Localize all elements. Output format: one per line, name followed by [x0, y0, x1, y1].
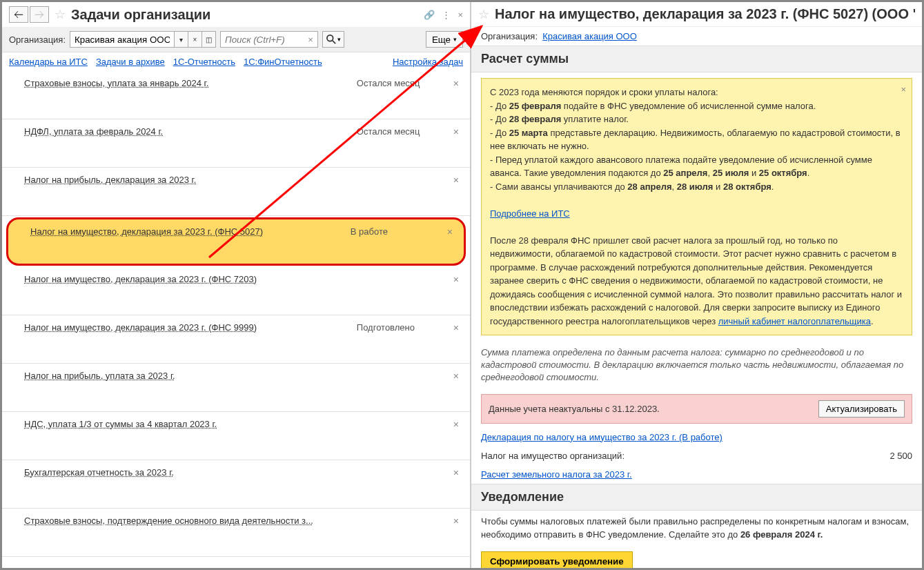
- task-close-icon[interactable]: ×: [453, 175, 459, 186]
- task-close-icon[interactable]: ×: [453, 371, 459, 382]
- task-row[interactable]: Бухгалтерская отчетность за 2023 г.×: [2, 460, 470, 509]
- settings-link[interactable]: Настройка задач: [393, 57, 463, 67]
- task-status: В работе: [351, 226, 447, 237]
- task-close-icon[interactable]: ×: [453, 515, 459, 527]
- task-name-link[interactable]: Налог на имущество, декларация за 2023 г…: [24, 322, 357, 333]
- task-name-link[interactable]: Налог на имущество, декларация за 2023 г…: [24, 274, 357, 284]
- org-clear-icon[interactable]: ×: [188, 32, 201, 47]
- task-row[interactable]: Налог на имущество, декларация за 2023 г…: [2, 315, 470, 364]
- task-row[interactable]: НДС, уплата 1/3 от суммы за 4 квартал 20…: [2, 412, 470, 460]
- close-panel-icon[interactable]: ×: [458, 10, 463, 20]
- taxpayer-cabinet-link[interactable]: личный кабинет налогоплательщика: [718, 316, 871, 326]
- task-status: Остался месяц: [357, 78, 453, 88]
- task-name-link[interactable]: Налог на прибыль, уплата за 2023 г.: [24, 371, 357, 381]
- info-yellow-box: × С 2023 года меняются порядок и сроки у…: [481, 78, 912, 335]
- task-list: Страховые взносы, уплата за январь 2024 …: [2, 71, 470, 568]
- nav-forward-button[interactable]: 🡢: [30, 6, 49, 23]
- outdated-warning-box: Данные учета неактуальны с 31.12.2023. А…: [481, 394, 912, 424]
- fin-link[interactable]: 1С:ФинОтчетность: [244, 57, 322, 67]
- task-row[interactable]: Налог на имущество, декларация за 2023 г…: [2, 267, 470, 315]
- land-tax-link[interactable]: Расчет земельного налога за 2023 г.: [481, 469, 632, 480]
- task-close-icon[interactable]: ×: [453, 467, 459, 478]
- task-row[interactable]: Страховые взносы, подтверждение основног…: [2, 509, 470, 557]
- org-label: Организация:: [9, 35, 66, 45]
- task-row[interactable]: Налог на прибыль, декларация за 2023 г.×: [2, 168, 470, 216]
- link-icon[interactable]: 🔗: [424, 10, 435, 20]
- rp-org-label: Организация:: [481, 31, 538, 41]
- its-link[interactable]: Подробнее на ИТС: [490, 208, 570, 219]
- svg-point-0: [326, 35, 333, 41]
- menu-dots-icon[interactable]: ⋮: [442, 10, 451, 20]
- section-calc-header: Расчет суммы: [471, 46, 922, 72]
- task-row[interactable]: НДФЛ, уплата за февраль 2024 г.Остался м…: [2, 119, 470, 168]
- task-close-icon[interactable]: ×: [453, 274, 459, 285]
- task-close-icon[interactable]: ×: [453, 322, 459, 333]
- right-panel-title: Налог на имущество, декларация за 2023 г…: [495, 6, 915, 22]
- reporting-link[interactable]: 1С-Отчетность: [173, 57, 235, 67]
- task-row[interactable]: Налог на имущество, декларация за 2023 г…: [6, 217, 466, 266]
- task-name-link[interactable]: Страховые взносы, подтверждение основног…: [24, 515, 357, 526]
- left-panel-title: Задачи организации: [71, 7, 418, 23]
- tax-label: Налог на имущество организаций:: [481, 451, 625, 461]
- declaration-link[interactable]: Декларация по налогу на имущество за 202…: [481, 432, 723, 442]
- archive-link[interactable]: Задачи в архиве: [96, 57, 165, 67]
- favorite-star-icon[interactable]: ☆: [55, 7, 66, 22]
- task-name-link[interactable]: Налог на прибыль, декларация за 2023 г.: [24, 175, 357, 185]
- search-button[interactable]: ▾: [322, 31, 344, 48]
- yellow-box-close-icon[interactable]: ×: [901, 83, 906, 97]
- org-input[interactable]: [70, 32, 174, 47]
- nav-back-button[interactable]: 🡠: [9, 6, 28, 23]
- task-name-link[interactable]: НДС, уплата 1/3 от суммы за 4 квартал 20…: [24, 419, 357, 429]
- search-clear-icon[interactable]: ×: [304, 35, 317, 45]
- magnifier-icon: [326, 35, 336, 44]
- task-row[interactable]: Налог на прибыль, уплата за 2023 г.×: [2, 364, 470, 412]
- section-notif-header: Уведомление: [471, 484, 922, 511]
- tax-value: 2 500: [889, 451, 912, 461]
- more-button[interactable]: Еще ▾: [426, 31, 463, 48]
- svg-line-1: [332, 41, 335, 43]
- form-notification-button[interactable]: Сформировать уведомление: [481, 551, 633, 568]
- org-dropdown-icon[interactable]: ▾: [174, 32, 188, 47]
- search-input[interactable]: [221, 32, 304, 47]
- notif-text: Чтобы суммы налоговых платежей были прав…: [471, 511, 922, 546]
- task-status: Остался месяц: [357, 126, 453, 137]
- favorite-star-icon-right[interactable]: ☆: [478, 7, 489, 22]
- task-close-icon[interactable]: ×: [453, 126, 459, 137]
- yellow-line1: С 2023 года меняются порядок и сроки упл…: [490, 86, 903, 99]
- org-open-icon[interactable]: ◫: [201, 32, 215, 47]
- task-name-link[interactable]: Страховые взносы, уплата за январь 2024 …: [24, 78, 357, 88]
- task-status: Подготовлено: [357, 322, 453, 333]
- task-name-link[interactable]: НДФЛ, уплата за февраль 2024 г.: [24, 126, 357, 137]
- calendar-link[interactable]: Календарь на ИТС: [9, 57, 88, 67]
- rp-org-link[interactable]: Красивая акация ООО: [542, 31, 637, 41]
- more-button-label: Еще: [432, 35, 451, 45]
- org-select[interactable]: ▾ × ◫: [70, 31, 216, 48]
- italic-note: Сумма платежа определена по данным расче…: [471, 341, 922, 390]
- task-row[interactable]: Страховые взносы, уплата за январь 2024 …: [2, 71, 470, 119]
- task-name-link[interactable]: Налог на имущество, декларация за 2023 г…: [30, 226, 351, 237]
- pink-text: Данные учета неактуальны с 31.12.2023.: [489, 404, 660, 414]
- task-close-icon[interactable]: ×: [447, 226, 453, 237]
- task-close-icon[interactable]: ×: [453, 419, 459, 430]
- task-close-icon[interactable]: ×: [453, 78, 459, 89]
- actualize-button[interactable]: Актуализировать: [818, 400, 905, 417]
- task-name-link[interactable]: Бухгалтерская отчетность за 2023 г.: [24, 467, 357, 478]
